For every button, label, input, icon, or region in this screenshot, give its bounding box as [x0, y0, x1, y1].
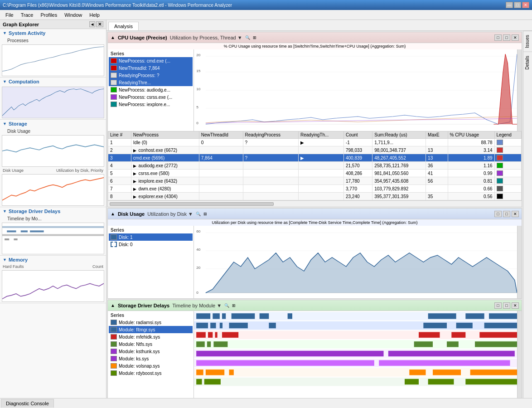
storage-collapse-btn[interactable]: ▲: [111, 303, 115, 308]
cpu-series-item-readying-thread[interactable]: ReadyingThre...: [109, 79, 193, 86]
table-row[interactable]: 7 ▶ dwm.exe (4280) 3,770 103,779,829.892…: [108, 185, 522, 193]
col-cpuusage[interactable]: % CPU Usage: [448, 131, 494, 139]
module-ntfs[interactable]: Module: Ntfs.sys: [109, 340, 193, 348]
cell-maxe: 41: [426, 170, 448, 177]
cpu-panel-subtitle[interactable]: Utilization by Process, Thread ▼: [170, 35, 242, 40]
svg-rect-52: [484, 323, 517, 328]
svg-rect-6: [7, 230, 16, 232]
cpu-series-item-iexplore[interactable]: NewProcess: iexplore.e...: [109, 101, 193, 108]
sidebar-close-btn[interactable]: ✕: [96, 21, 103, 27]
disk-grid-icon[interactable]: ⊞: [203, 212, 207, 216]
cpu-restore-btn[interactable]: □: [494, 34, 502, 41]
table-row[interactable]: 1 Idle (0) 0 ? ▶ -1 1,711,9... 88.78: [108, 139, 522, 146]
cpu-series-item-thread[interactable]: NewThreadId: 7,864: [109, 64, 193, 72]
issues-tab[interactable]: Issues: [523, 31, 532, 52]
disk-maximize-btn[interactable]: □: [503, 211, 510, 217]
color-box: [111, 327, 117, 332]
disk-scroll[interactable]: [517, 226, 522, 298]
close-button[interactable]: ✕: [522, 2, 529, 8]
cpu-maximize-btn[interactable]: □: [503, 34, 510, 41]
disk-panel-subtitle[interactable]: Utilization by Disk ▼: [147, 211, 193, 217]
module-radiamsi[interactable]: Module: radiamsi.sys: [109, 319, 193, 326]
color-box: [111, 349, 117, 354]
maximize-button[interactable]: □: [514, 2, 521, 8]
sidebar-memory-header[interactable]: ▼ Memory: [0, 256, 106, 264]
svg-rect-5: [2, 226, 104, 228]
svg-rect-50: [423, 323, 447, 328]
module-fltmgr[interactable]: Module: fltmgr.sys: [109, 326, 193, 333]
module-volsnap[interactable]: Module: volsnap.sys: [109, 362, 193, 369]
module-rdyboost[interactable]: Module: rdyboost.sys: [109, 369, 193, 377]
disk-series-1[interactable]: Disk: 1: [109, 233, 193, 241]
table-row[interactable]: 4 ▶ audiodg.exe (2772) 21,570 258,735,12…: [108, 162, 522, 170]
storage-maximize-btn[interactable]: □: [503, 302, 510, 309]
col-sumready[interactable]: Sum:Ready (us): [372, 131, 426, 139]
menu-trace[interactable]: Trace: [17, 11, 37, 19]
analysis-tab[interactable]: Analysis: [108, 22, 139, 30]
cpu-zoom-icon[interactable]: 🔍: [245, 35, 250, 40]
disk-zoom-icon[interactable]: 🔍: [196, 212, 201, 216]
table-row[interactable]: 6 ▶ iexplore.exe (6432) 17,780 354,957,4…: [108, 177, 522, 185]
cpu-grid-icon[interactable]: ⊞: [253, 35, 256, 40]
col-count[interactable]: Count: [343, 131, 372, 139]
col-threadid[interactable]: NewThreadId: [199, 131, 243, 139]
module-ks[interactable]: Module: ks.sys: [109, 355, 193, 362]
sidebar-storage-header[interactable]: ▼ Storage: [0, 120, 106, 128]
diagnostic-console-tab[interactable]: Diagnostic Console: [1, 399, 54, 408]
cpu-series-item-audiodg[interactable]: NewProcess: audiodg.e...: [109, 86, 193, 93]
sidebar-computation-header[interactable]: ▼ Computation: [0, 78, 106, 86]
cpu-usage-panel: ▲ CPU Usage (Precise) Utilization by Pro…: [107, 32, 522, 207]
cpu-series-item-readying-process[interactable]: ReadyingProcess: ?: [109, 72, 193, 79]
disk-restore-btn[interactable]: □: [494, 211, 502, 217]
cpu-series-item-csrss[interactable]: NewProcess: csrss.exe (...: [109, 93, 193, 101]
cpu-series-item-cmd[interactable]: NewProcess: cmd.exe (...: [109, 57, 193, 64]
storage-zoom-icon[interactable]: 🔍: [224, 303, 229, 308]
menu-file[interactable]: File: [2, 11, 17, 19]
col-newprocess[interactable]: NewProcess: [131, 131, 199, 139]
col-readyingprocess[interactable]: ReadyingProcess: [243, 131, 298, 139]
menu-profiles[interactable]: Profiles: [37, 11, 61, 19]
table-row[interactable]: 8 ▶ explorer.exe (4304) 23,240 395,377,3…: [108, 193, 522, 200]
cpu-panel-header: ▲ CPU Usage (Precise) Utilization by Pro…: [108, 32, 522, 43]
sidebar-storage-delays-header[interactable]: ▼ Storage Driver Delays: [0, 207, 106, 215]
table-row[interactable]: 3 cmd.exe (5696) 7,864 ? ▶ 400,839 48,26…: [108, 154, 522, 162]
cell-legend: [494, 185, 521, 193]
minimize-button[interactable]: —: [506, 2, 513, 8]
storage-delays-subtitle[interactable]: Timeline by Module ▼: [172, 303, 222, 308]
cpu-collapse-btn[interactable]: ▲: [111, 35, 115, 40]
storage-grid-icon[interactable]: ⊞: [232, 303, 236, 308]
disk-chart: 60 40 20 0: [194, 226, 517, 298]
col-readyingth[interactable]: ReadyingTh...: [299, 131, 344, 139]
cell-readyingth: [299, 185, 344, 193]
details-tab[interactable]: Details: [523, 52, 532, 73]
menu-window[interactable]: Window: [61, 11, 86, 19]
computation-graph: [2, 87, 104, 118]
cell-cpuusage: 0.99: [448, 170, 494, 177]
module-mfehidk[interactable]: Module: mfehidk.sys: [109, 333, 193, 340]
sidebar-system-activity-header[interactable]: ▼ System Activity: [0, 29, 106, 37]
cpu-close-btn[interactable]: ✕: [512, 34, 519, 41]
memory-label: Memory: [9, 257, 28, 262]
module-ksthunk[interactable]: Module: ksthunk.sys: [109, 348, 193, 355]
table-scrollbar[interactable]: [108, 200, 522, 207]
svg-text:40: 40: [196, 248, 201, 252]
cpu-scroll[interactable]: [517, 49, 522, 131]
cell-maxe: 35: [426, 193, 448, 200]
disk-series-0[interactable]: Disk: 0: [109, 241, 193, 248]
sidebar-float-btn[interactable]: ◂: [89, 21, 95, 27]
col-legend[interactable]: Legend: [494, 131, 521, 139]
menu-help[interactable]: Help: [86, 11, 103, 19]
storage-close-btn[interactable]: ✕: [512, 302, 519, 309]
storage-restore-btn[interactable]: □: [494, 302, 502, 309]
table-row[interactable]: 2 ▶ conhost.exe (6672) 798,033 98,001,34…: [108, 146, 522, 154]
disk-collapse-btn[interactable]: ▲: [111, 211, 115, 216]
disk-close-btn[interactable]: ✕: [512, 211, 519, 217]
table-row[interactable]: 5 ▶ csrss.exe (580) 408,286 981,841,050.…: [108, 170, 522, 177]
storage-scroll[interactable]: [517, 311, 522, 398]
title-text: C:\Program Files (x86)\Windows Kits\8.0\…: [3, 3, 232, 8]
computation-label: Computation: [9, 79, 39, 84]
col-line[interactable]: Line #: [108, 131, 131, 139]
cell-readyingth: [299, 177, 344, 185]
scroll-thumb[interactable]: [110, 202, 274, 206]
col-maxe[interactable]: MaxE: [426, 131, 448, 139]
